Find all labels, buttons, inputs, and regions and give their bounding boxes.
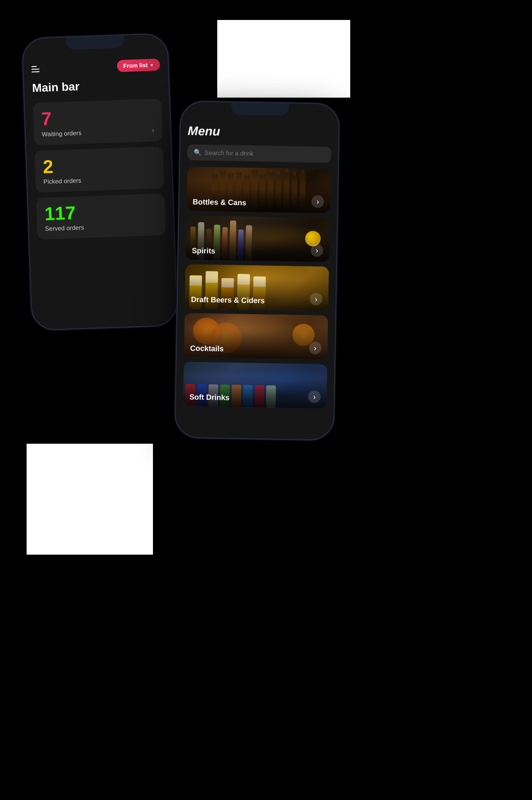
waiting-orders-number: 7 — [41, 106, 154, 129]
menu-item-bottles[interactable]: Bottles & Cans › — [186, 166, 331, 213]
hamburger-icon[interactable] — [31, 66, 39, 72]
menu-item-beers[interactable]: Draft Beers & Ciders › — [184, 264, 329, 311]
menu-item-cocktails[interactable]: Cocktails › — [184, 313, 329, 360]
phone-2: Menu 🔍 Search for a drink — [174, 101, 340, 441]
stat-card-waiting[interactable]: 7 Waiting orders › — [33, 99, 163, 146]
white-rect-top — [217, 20, 350, 98]
search-placeholder: Search for a drink — [204, 149, 254, 157]
phone-1-notch — [66, 35, 124, 50]
phone-2-title: Menu — [188, 124, 332, 141]
softdrinks-label: Soft Drinks — [183, 388, 327, 409]
cocktails-label: Cocktails — [184, 339, 328, 360]
waiting-orders-label: Waiting orders › — [42, 126, 154, 138]
menu-item-spirits[interactable]: Spirits › — [185, 215, 330, 262]
chevron-icon: › — [152, 126, 154, 134]
beers-label: Draft Beers & Ciders — [184, 291, 329, 311]
phone-2-notch — [231, 102, 289, 116]
white-rect-bottom — [27, 444, 153, 555]
from-list-button[interactable]: From list — [117, 59, 160, 72]
phone-2-screen: Menu 🔍 Search for a drink — [175, 102, 339, 440]
phone-2-content: Menu 🔍 Search for a drink — [175, 116, 339, 440]
picked-orders-label: Picked orders — [43, 174, 156, 185]
stat-card-picked[interactable]: 2 Picked orders — [34, 146, 164, 193]
phone-1-title: Main bar — [32, 77, 161, 95]
picked-orders-number: 2 — [43, 154, 156, 177]
search-bar[interactable]: 🔍 Search for a drink — [187, 144, 331, 163]
search-icon: 🔍 — [193, 149, 201, 156]
phone-1-header: From list — [31, 59, 160, 75]
phone-1: From list Main bar 7 Waiting orders › 2 … — [22, 33, 178, 331]
stat-card-served[interactable]: 117 Served orders — [36, 193, 166, 240]
menu-item-softdrinks[interactable]: Soft Drinks › — [183, 362, 328, 409]
phone-1-screen: From list Main bar 7 Waiting orders › 2 … — [23, 34, 177, 330]
spirits-label: Spirits — [185, 242, 329, 262]
bottles-label: Bottles & Cans — [186, 193, 330, 213]
served-orders-number: 117 — [44, 201, 157, 224]
phone-1-content: From list Main bar 7 Waiting orders › 2 … — [23, 49, 177, 330]
